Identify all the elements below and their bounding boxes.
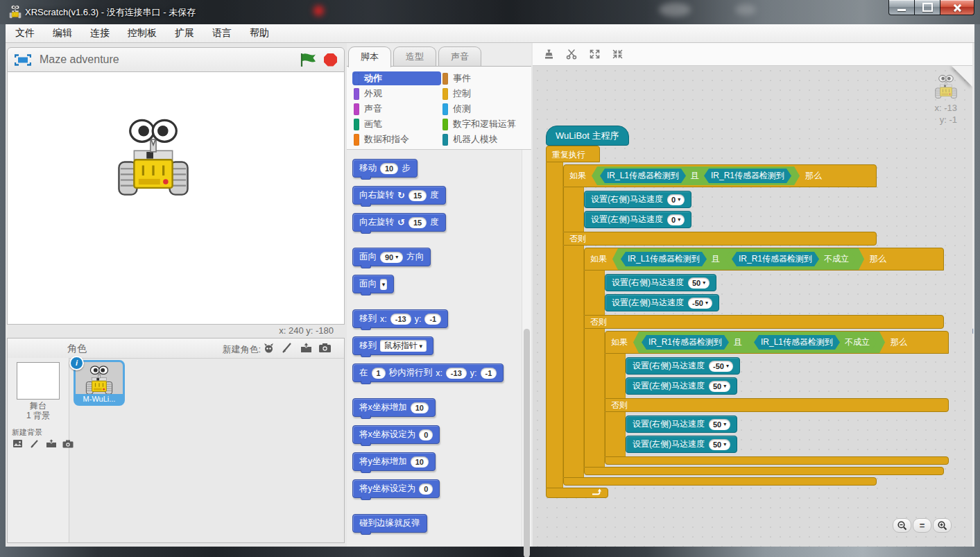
stage-thumbnail[interactable]: [17, 362, 60, 400]
palette-block[interactable]: 碰到边缘就反弹: [352, 514, 427, 533]
block-input[interactable]: 0: [419, 429, 433, 440]
palette-block[interactable]: 面向: [352, 275, 394, 293]
palette-block[interactable]: 将x坐标设定为0: [352, 425, 440, 444]
block-input[interactable]: 10: [411, 402, 429, 413]
menu-item-语言[interactable]: 语言: [212, 27, 232, 40]
block-input[interactable]: -13: [446, 368, 467, 379]
palette-block[interactable]: 面向90方向: [352, 248, 431, 266]
block-input[interactable]: 15: [409, 190, 427, 201]
category-侦测[interactable]: 侦测: [441, 102, 528, 116]
set-right-motor-block[interactable]: 设置(右侧)马达速度0: [584, 191, 691, 208]
palette-block[interactable]: 向右旋转↻15度: [352, 186, 446, 205]
import-sprite-button[interactable]: [300, 341, 313, 354]
palette-scrollbar-thumb[interactable]: [524, 329, 530, 557]
paint-sprite-button[interactable]: [281, 341, 294, 354]
block-input[interactable]: [380, 279, 387, 290]
tab-costumes[interactable]: 造型: [393, 46, 436, 67]
sensor-block-ir-r1[interactable]: IR_R1传感器检测到: [704, 169, 791, 183]
shrink-icon[interactable]: [610, 46, 625, 62]
robot-sprite[interactable]: [117, 117, 189, 198]
menu-item-连接[interactable]: 连接: [90, 27, 110, 40]
set-left-motor-block[interactable]: 设置(左侧)马达速度-50: [605, 294, 719, 311]
stage-canvas[interactable]: [7, 72, 345, 325]
and-operator-block[interactable]: IR_L1传感器检测到 且 IR_R1传感器检测到 不成立: [612, 248, 864, 270]
palette-block[interactable]: 将x坐标增加10: [352, 398, 436, 417]
block-input[interactable]: -1: [481, 368, 497, 379]
paint-backdrop-button[interactable]: [28, 437, 41, 450]
block-input[interactable]: 鼠标指针: [380, 340, 427, 352]
and-operator-block[interactable]: IR_L1传感器检测到 且 IR_R1传感器检测到: [592, 166, 800, 185]
block-input[interactable]: 90: [380, 252, 403, 263]
motor-speed-dropdown[interactable]: -50: [709, 361, 733, 372]
menu-item-控制板[interactable]: 控制板: [128, 27, 157, 40]
stop-button[interactable]: [324, 53, 337, 67]
script-stack[interactable]: WuLiBot 主程序 重复执行 如果 IR_L1传感器检测到: [546, 126, 949, 498]
block-input[interactable]: 10: [411, 456, 429, 468]
else-bar[interactable]: 否则: [584, 315, 944, 329]
else-bar[interactable]: 否则: [563, 232, 877, 246]
category-控制[interactable]: 控制: [441, 87, 528, 101]
close-button[interactable]: [940, 0, 974, 15]
motor-speed-dropdown[interactable]: 50: [709, 381, 730, 392]
motor-speed-dropdown[interactable]: 50: [709, 419, 730, 430]
sprite-info-badge[interactable]: i: [69, 356, 84, 370]
set-left-motor-block[interactable]: 设置(左侧)马达速度0: [584, 211, 691, 228]
category-动作[interactable]: 动作: [352, 71, 441, 85]
sensor-block-ir-l1[interactable]: IR_L1传感器检测到: [600, 169, 686, 183]
set-left-motor-block[interactable]: 设置(左侧)马达速度50: [626, 436, 737, 453]
palette-block[interactable]: 移到鼠标指针: [352, 336, 433, 355]
block-input[interactable]: 15: [409, 217, 427, 228]
block-input[interactable]: 0: [419, 483, 433, 495]
not-operator-block[interactable]: IR_L1传感器检测到 不成立: [747, 334, 877, 351]
fullscreen-icon[interactable]: [15, 54, 31, 66]
set-right-motor-block[interactable]: 设置(右侧)马达速度50: [626, 415, 737, 433]
scissors-icon[interactable]: [564, 46, 579, 62]
category-数字和逻辑运算[interactable]: 数字和逻辑运算: [441, 117, 528, 131]
motor-speed-dropdown[interactable]: -50: [688, 298, 712, 309]
not-operator-block[interactable]: IR_R1传感器检测到 不成立: [725, 250, 856, 268]
zoom-in-button[interactable]: [933, 518, 952, 533]
category-声音[interactable]: 声音: [352, 102, 441, 116]
motor-speed-dropdown[interactable]: 50: [688, 277, 710, 289]
if-else-block-2[interactable]: 如果 IR_L1传感器检测到 且 IR_R1传感器检测到 不成立: [584, 248, 949, 475]
block-input[interactable]: 10: [380, 163, 398, 174]
else-bar[interactable]: 否则: [605, 398, 949, 412]
camera-backdrop-button[interactable]: [61, 437, 74, 450]
menu-item-文件[interactable]: 文件: [15, 27, 35, 40]
hat-block-main-program[interactable]: WuLiBot 主程序: [546, 126, 629, 146]
sensor-block-ir-r1[interactable]: IR_R1传感器检测到: [642, 335, 729, 350]
palette-block[interactable]: 移到x:-13y:-1: [352, 309, 448, 328]
import-backdrop-button[interactable]: [44, 437, 58, 450]
block-input[interactable]: 1: [372, 368, 386, 379]
motor-speed-dropdown[interactable]: 50: [709, 439, 730, 450]
motor-speed-dropdown[interactable]: 0: [667, 194, 685, 205]
zoom-out-button[interactable]: [893, 518, 911, 533]
palette-block[interactable]: 向左旋转↺15度: [352, 213, 446, 232]
new-backdrop-library-button[interactable]: [11, 437, 24, 450]
block-input[interactable]: -13: [390, 314, 411, 325]
category-外观[interactable]: 外观: [352, 87, 441, 101]
maximize-button[interactable]: [915, 0, 940, 15]
sensor-block-ir-l1[interactable]: IR_L1传感器检测到: [754, 335, 840, 350]
window-titlebar[interactable]: XRScratch(v1.6.3) - 没有连接串口 - 未保存: [0, 0, 980, 24]
if-else-block-1[interactable]: 如果 IR_L1传感器检测到 且 IR_R1传感器检测到 那么: [563, 164, 949, 486]
and-operator-block[interactable]: IR_R1传感器检测到 且 IR_L1传感器检测到 不成立: [633, 332, 885, 353]
category-事件[interactable]: 事件: [441, 71, 528, 85]
block-input[interactable]: -1: [424, 314, 441, 325]
set-left-motor-block[interactable]: 设置(左侧)马达速度50: [626, 377, 737, 395]
palette-block[interactable]: 将y坐标增加10: [352, 452, 436, 471]
category-画笔[interactable]: 画笔: [352, 117, 441, 131]
menu-item-编辑[interactable]: 编辑: [53, 27, 72, 40]
tab-scripts[interactable]: 脚本: [348, 46, 391, 67]
if-else-block-3[interactable]: 如果 IR_R1传感器检测到 且 IR_L1传感器检测到: [605, 331, 949, 465]
palette-block[interactable]: 将y坐标设定为0: [352, 479, 440, 498]
set-right-motor-block[interactable]: 设置(右侧)马达速度50: [605, 274, 716, 291]
sensor-block-ir-r1[interactable]: IR_R1传感器检测到: [732, 252, 819, 266]
menu-item-帮助[interactable]: 帮助: [250, 27, 269, 40]
category-机器人模块[interactable]: 机器人模块: [441, 132, 528, 146]
palette-block[interactable]: 移动10步: [352, 159, 418, 178]
script-canvas[interactable]: x: -13 y: -1 WuLiBot 主程序 重复执行 如果: [533, 66, 972, 547]
zoom-reset-button[interactable]: =: [913, 518, 931, 533]
tab-sounds[interactable]: 声音: [438, 46, 481, 67]
stamp-icon[interactable]: [541, 46, 556, 62]
